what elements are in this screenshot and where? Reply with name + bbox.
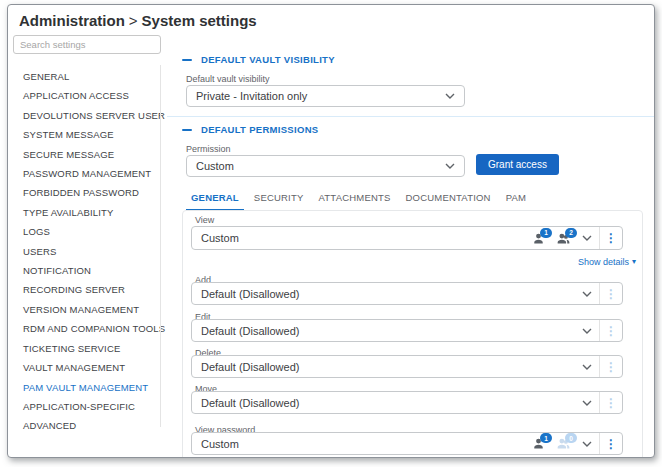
section-title: DEFAULT VAULT VISIBILITY bbox=[201, 54, 335, 65]
more-options-icon[interactable]: ⋮ bbox=[599, 392, 622, 413]
delete-select[interactable]: Default (Disallowed) ⋮ bbox=[191, 355, 623, 378]
section-default-vault-visibility[interactable]: DEFAULT VAULT VISIBILITY bbox=[182, 54, 335, 65]
view-value: Custom bbox=[201, 232, 239, 244]
tab-documentation[interactable]: DOCUMENTATION bbox=[401, 192, 496, 211]
collapse-minus-icon[interactable] bbox=[182, 129, 192, 131]
main-content: DEFAULT VAULT VISIBILITY Default vault v… bbox=[170, 5, 654, 457]
view-grant-icons: 1 2 bbox=[532, 232, 599, 245]
sidebar-item-recording-server[interactable]: RECORDING SERVER bbox=[8, 280, 160, 299]
search-input[interactable] bbox=[13, 35, 161, 54]
vault-visibility-select[interactable]: Private - Invitation only bbox=[186, 85, 465, 107]
more-options-icon[interactable]: ⋮ bbox=[599, 356, 622, 377]
grant-access-button[interactable]: Grant access bbox=[476, 154, 559, 175]
sidebar-item-application-specific[interactable]: APPLICATION-SPECIFIC bbox=[8, 397, 160, 416]
section-title: DEFAULT PERMISSIONS bbox=[201, 124, 318, 135]
move-value: Default (Disallowed) bbox=[201, 397, 299, 409]
more-options-icon[interactable]: ⋮ bbox=[599, 283, 622, 304]
sidebar-item-pam-vault-management[interactable]: PAM VAULT MANAGEMENT bbox=[8, 378, 160, 397]
sidebar-item-password-management[interactable]: PASSWORD MANAGEMENT bbox=[8, 164, 160, 183]
tab-general[interactable]: GENERAL bbox=[186, 192, 244, 211]
view-select[interactable]: Custom 1 2 ⋮ bbox=[191, 226, 623, 250]
view-password-value: Custom bbox=[201, 438, 239, 450]
chevron-down-icon bbox=[582, 235, 592, 241]
permission-select[interactable]: Custom bbox=[186, 155, 465, 177]
permission-value: Custom bbox=[196, 160, 234, 172]
sidebar-item-application-access[interactable]: APPLICATION ACCESS bbox=[8, 86, 160, 105]
permission-tabs: GENERAL SECURITY ATTACHMENTS DOCUMENTATI… bbox=[186, 192, 536, 211]
tab-attachments[interactable]: ATTACHMENTS bbox=[314, 192, 396, 211]
sidebar-item-notification[interactable]: NOTIFICATION bbox=[8, 261, 160, 280]
sidebar-item-users[interactable]: USERS bbox=[8, 242, 160, 261]
more-options-icon[interactable]: ⋮ bbox=[599, 227, 622, 249]
sidebar-item-forbidden-password[interactable]: FORBIDDEN PASSWORD bbox=[8, 183, 160, 202]
sidebar-item-general[interactable]: GENERAL bbox=[8, 67, 160, 86]
sidebar-divider bbox=[160, 65, 161, 427]
chevron-down-icon bbox=[582, 364, 592, 370]
permissions-panel: View Custom 1 2 ⋮ Show details bbox=[182, 210, 643, 458]
add-select[interactable]: Default (Disallowed) ⋮ bbox=[191, 282, 623, 305]
chevron-down-icon bbox=[582, 441, 592, 447]
show-details-link[interactable]: Show details ▾ bbox=[578, 257, 636, 267]
chevron-down-icon bbox=[582, 400, 592, 406]
tab-pam[interactable]: PAM bbox=[501, 192, 531, 211]
sidebar-item-devolutions-server-user[interactable]: DEVOLUTIONS SERVER USER bbox=[8, 106, 160, 125]
sidebar-item-vault-management[interactable]: VAULT MANAGEMENT bbox=[8, 358, 160, 377]
delete-value: Default (Disallowed) bbox=[201, 361, 299, 373]
more-options-icon[interactable]: ⋮ bbox=[599, 433, 622, 454]
user-count-badge-icon[interactable]: 1 bbox=[532, 232, 546, 245]
section-divider bbox=[167, 116, 654, 117]
permission-label: Permission bbox=[186, 144, 231, 154]
view-password-grant-icons: 1 0 bbox=[532, 437, 599, 450]
section-default-permissions[interactable]: DEFAULT PERMISSIONS bbox=[182, 124, 318, 135]
sidebar-item-system-message[interactable]: SYSTEM MESSAGE bbox=[8, 125, 160, 144]
sidebar-list: GENERALAPPLICATION ACCESSDEVOLUTIONS SER… bbox=[8, 67, 160, 436]
add-value: Default (Disallowed) bbox=[201, 288, 299, 300]
move-select[interactable]: Default (Disallowed) ⋮ bbox=[191, 391, 623, 414]
caret-down-icon: ▾ bbox=[632, 258, 636, 266]
chevron-down-icon bbox=[582, 328, 592, 334]
sidebar-item-type-availability[interactable]: TYPE AVAILABILITY bbox=[8, 203, 160, 222]
breadcrumb-separator-icon: > bbox=[125, 12, 142, 29]
collapse-minus-icon[interactable] bbox=[182, 59, 192, 61]
sidebar-item-logs[interactable]: LOGS bbox=[8, 222, 160, 241]
chevron-down-icon bbox=[582, 291, 592, 297]
group-count-badge-icon[interactable]: 2 bbox=[557, 232, 571, 245]
vault-visibility-label: Default vault visibility bbox=[186, 74, 270, 84]
edit-select[interactable]: Default (Disallowed) ⋮ bbox=[191, 319, 623, 342]
settings-window: Administration>System settings GENERALAP… bbox=[7, 4, 655, 458]
edit-value: Default (Disallowed) bbox=[201, 325, 299, 337]
sidebar-item-secure-message[interactable]: SECURE MESSAGE bbox=[8, 145, 160, 164]
sidebar-item-rdm-and-companion-tools[interactable]: RDM AND COMPANION TOOLS bbox=[8, 319, 160, 338]
user-count-badge-icon[interactable]: 1 bbox=[532, 437, 546, 450]
view-label: View bbox=[195, 215, 214, 225]
vault-visibility-value: Private - Invitation only bbox=[196, 90, 307, 102]
chevron-down-icon bbox=[445, 93, 455, 99]
group-count-badge-icon[interactable]: 0 bbox=[557, 437, 571, 450]
chevron-down-icon bbox=[445, 163, 455, 169]
sidebar-item-advanced[interactable]: ADVANCED bbox=[8, 416, 160, 435]
breadcrumb-administration[interactable]: Administration bbox=[19, 12, 125, 29]
sidebar-item-version-management[interactable]: VERSION MANAGEMENT bbox=[8, 300, 160, 319]
tab-security[interactable]: SECURITY bbox=[249, 192, 309, 211]
view-password-select[interactable]: Custom 1 0 ⋮ bbox=[191, 432, 623, 455]
more-options-icon[interactable]: ⋮ bbox=[599, 320, 622, 341]
sidebar-item-ticketing-service[interactable]: TICKETING SERVICE bbox=[8, 339, 160, 358]
